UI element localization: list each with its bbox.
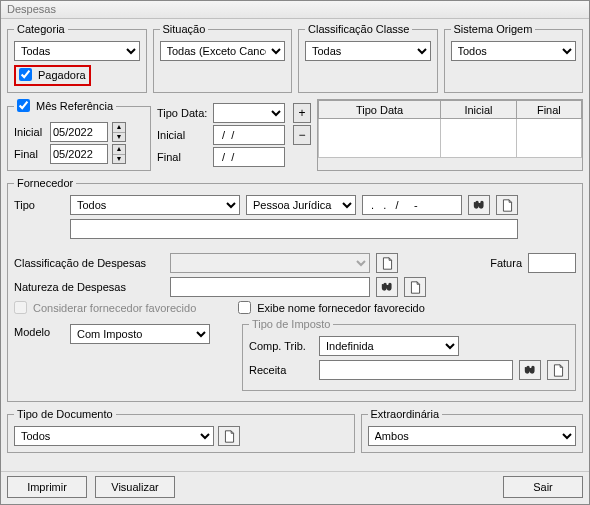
tipo-documento-legend: Tipo de Documento [14, 408, 116, 420]
tipo-imposto-legend: Tipo de Imposto [249, 318, 333, 330]
tipo-documento-new-button[interactable] [218, 426, 240, 446]
receita-new-button[interactable] [547, 360, 569, 380]
sistema-combo[interactable]: Todos [451, 41, 577, 61]
document-icon [501, 199, 514, 212]
fornecedor-pessoa-combo[interactable]: Pessoa Jurídica [246, 195, 356, 215]
spin-down-icon[interactable]: ▼ [113, 133, 125, 142]
binoculars-icon [473, 199, 486, 212]
spin-up-icon[interactable]: ▲ [113, 123, 125, 133]
fornecedor-tipo-combo[interactable]: Todos [70, 195, 240, 215]
classe-group: Classificação Classe Todas [298, 23, 438, 93]
fornecedor-legend: Fornecedor [14, 177, 76, 189]
mesref-check-wrap[interactable]: Mês Referência [17, 99, 113, 112]
window-title: Despesas [1, 1, 589, 19]
tipo-imposto-group: Tipo de Imposto Comp. Trib. Indefinida R… [242, 318, 576, 391]
modelo-combo[interactable]: Com Imposto [70, 324, 210, 344]
natureza-despesas-input[interactable] [170, 277, 370, 297]
mesref-group: Mês Referência Inicial ▲ ▼ Final ▲ [7, 99, 151, 171]
top-row: Categoria Todas Pagadora Situação Todas … [7, 23, 583, 93]
tipodata-buttons: + − [293, 99, 311, 171]
spin-down-icon[interactable]: ▼ [113, 155, 125, 164]
grid-header-tipodata: Tipo Data [319, 101, 441, 119]
situacao-legend: Situação [160, 23, 209, 35]
tipodata-inicial-label: Inicial [157, 129, 209, 141]
fatura-label: Fatura [490, 257, 522, 269]
comp-trib-label: Comp. Trib. [249, 340, 313, 352]
fornecedor-cnpj-input[interactable] [362, 195, 462, 215]
tipodata-label: Tipo Data: [157, 107, 209, 119]
natureza-despesas-label: Natureza de Despesas [14, 281, 164, 293]
document-icon [223, 430, 236, 443]
comp-trib-combo[interactable]: Indefinida [319, 336, 459, 356]
binoculars-icon [381, 281, 394, 294]
tipodata-combo[interactable] [213, 103, 285, 123]
tipodata-grid-wrap: Tipo Data Inicial Final [317, 99, 583, 171]
window: Despesas Categoria Todas Pagadora Situaç… [0, 0, 590, 505]
tipodata-add-button[interactable]: + [293, 103, 311, 123]
situacao-combo[interactable]: Todas (Exceto Canceladas) [160, 41, 286, 61]
extraordinaria-combo[interactable]: Ambos [368, 426, 576, 446]
modelo-label: Modelo [14, 326, 64, 338]
categoria-group: Categoria Todas Pagadora [7, 23, 147, 93]
tipodata-inicial-input[interactable] [213, 125, 285, 145]
fornecedor-tipo-label: Tipo [14, 199, 64, 211]
classif-despesas-label: Classificação de Despesas [14, 257, 164, 269]
mesref-final-spinner[interactable]: ▲ ▼ [112, 144, 126, 164]
categoria-combo[interactable]: Todas [14, 41, 140, 61]
pagadora-label: Pagadora [38, 69, 86, 81]
row-mesref-tipodata: Mês Referência Inicial ▲ ▼ Final ▲ [7, 99, 583, 171]
tipo-documento-combo[interactable]: Todos [14, 426, 214, 446]
receita-label: Receita [249, 364, 313, 376]
exibe-favorecido-checkbox[interactable] [238, 301, 251, 314]
extraordinaria-group: Extraordinária Ambos [361, 408, 583, 453]
extraordinaria-legend: Extraordinária [368, 408, 442, 420]
grid-header-inicial: Inicial [441, 101, 517, 119]
mesref-checkbox[interactable] [17, 99, 30, 112]
table-row[interactable] [319, 119, 582, 158]
natureza-search-button[interactable] [376, 277, 398, 297]
spin-up-icon[interactable]: ▲ [113, 145, 125, 155]
visualizar-button[interactable]: Visualizar [95, 476, 175, 498]
fornecedor-nome-input[interactable] [70, 219, 518, 239]
classif-despesas-new-button[interactable] [376, 253, 398, 273]
binoculars-icon [524, 364, 537, 377]
tipo-documento-group: Tipo de Documento Todos [7, 408, 355, 453]
sair-button[interactable]: Sair [503, 476, 583, 498]
sistema-group: Sistema Origem Todos [444, 23, 584, 93]
window-body: Categoria Todas Pagadora Situação Todas … [1, 19, 589, 471]
tipodata-final-input[interactable] [213, 147, 285, 167]
document-icon [552, 364, 565, 377]
mesref-inicial-input[interactable] [50, 122, 108, 142]
categoria-legend: Categoria [14, 23, 68, 35]
situacao-group: Situação Todas (Exceto Canceladas) [153, 23, 293, 93]
pagadora-checkbox[interactable] [19, 68, 32, 81]
tipodata-col: Tipo Data: Inicial Final [157, 99, 287, 171]
button-bar: Imprimir Visualizar Sair [1, 471, 589, 504]
tipodata-grid[interactable]: Tipo Data Inicial Final [318, 100, 582, 158]
fornecedor-new-button[interactable] [496, 195, 518, 215]
mesref-final-input[interactable] [50, 144, 108, 164]
grid-header-final: Final [516, 101, 581, 119]
imprimir-button[interactable]: Imprimir [7, 476, 87, 498]
row-tipodoc-extra: Tipo de Documento Todos Extraordinária A… [7, 408, 583, 453]
fornecedor-search-button[interactable] [468, 195, 490, 215]
considerar-favorecido-wrap: Considerar fornecedor favorecido [14, 301, 196, 314]
exibe-favorecido-wrap[interactable]: Exibe nome fornecedor favorecido [238, 301, 425, 314]
natureza-new-button[interactable] [404, 277, 426, 297]
classe-combo[interactable]: Todas [305, 41, 431, 61]
pagadora-checkbox-wrap[interactable]: Pagadora [19, 68, 86, 81]
document-icon [409, 281, 422, 294]
tipodata-final-label: Final [157, 151, 209, 163]
mesref-inicial-spinner[interactable]: ▲ ▼ [112, 122, 126, 142]
classe-legend: Classificação Classe [305, 23, 412, 35]
mesref-legend-text: Mês Referência [36, 100, 113, 112]
mesref-legend: Mês Referência [14, 99, 116, 114]
fatura-input[interactable] [528, 253, 576, 273]
pagadora-highlight: Pagadora [14, 65, 91, 86]
receita-input[interactable] [319, 360, 513, 380]
receita-search-button[interactable] [519, 360, 541, 380]
mesref-final-label: Final [14, 148, 46, 160]
classif-despesas-combo [170, 253, 370, 273]
considerar-favorecido-label: Considerar fornecedor favorecido [33, 302, 196, 314]
tipodata-remove-button[interactable]: − [293, 125, 311, 145]
